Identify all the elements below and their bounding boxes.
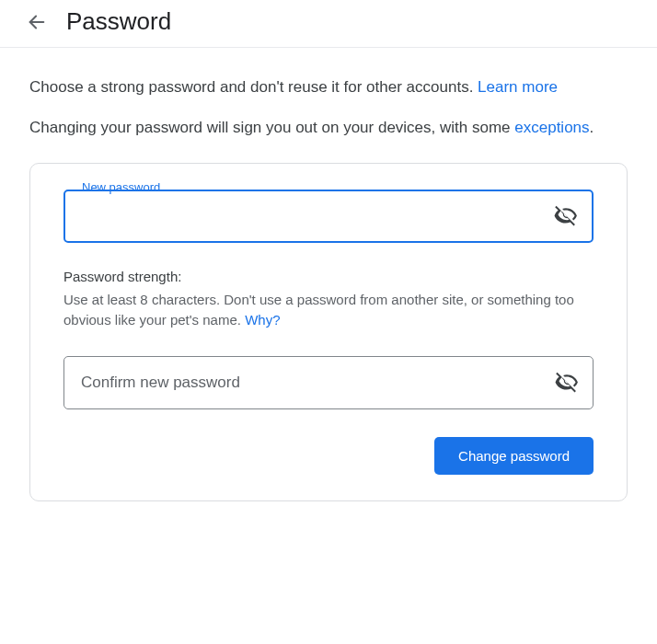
- page-title: Password: [66, 7, 171, 36]
- eye-off-icon: [554, 204, 578, 228]
- strength-help-text: Use at least 8 characters. Don't use a p…: [63, 292, 574, 328]
- intro-line-1: Choose a strong password and don't reuse…: [29, 75, 628, 99]
- confirm-password-field-wrap: Confirm new password: [63, 356, 594, 409]
- password-strength-help: Use at least 8 characters. Don't use a p…: [63, 290, 594, 330]
- intro-text-2-suffix: .: [590, 119, 594, 136]
- new-password-field-wrap: New password: [63, 190, 594, 243]
- confirm-password-outline: Confirm new password: [63, 356, 594, 409]
- intro-text-2: Changing your password will sign you out…: [29, 119, 514, 136]
- form-actions: Change password: [63, 437, 594, 475]
- new-password-input[interactable]: [82, 191, 553, 241]
- toggle-new-password-visibility[interactable]: [553, 203, 579, 229]
- back-button[interactable]: [26, 11, 48, 33]
- intro-text-1: Choose a strong password and don't reuse…: [29, 78, 478, 96]
- arrow-left-icon: [27, 12, 47, 32]
- password-strength-title: Password strength:: [63, 269, 594, 284]
- change-password-button[interactable]: Change password: [434, 437, 594, 475]
- new-password-outline: [63, 190, 594, 243]
- toggle-confirm-password-visibility[interactable]: [554, 370, 580, 396]
- password-card: New password Password strength: Use at l…: [29, 163, 628, 501]
- why-link[interactable]: Why?: [245, 312, 280, 328]
- confirm-password-input[interactable]: [81, 357, 554, 408]
- content-area: Choose a strong password and don't reuse…: [0, 48, 657, 520]
- eye-off-icon: [555, 371, 579, 395]
- learn-more-link[interactable]: Learn more: [478, 78, 558, 96]
- page-header: Password: [0, 0, 657, 48]
- intro-line-2: Changing your password will sign you out…: [29, 116, 628, 140]
- exceptions-link[interactable]: excep­tions: [514, 119, 589, 136]
